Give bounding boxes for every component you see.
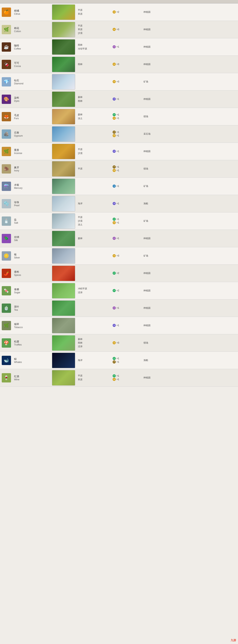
- icon-cell-tea: 🍵: [0, 303, 12, 314]
- yield-cell-dyes: ✦+1: [111, 96, 142, 102]
- resource-icon-symbol: 🪲: [4, 236, 9, 241]
- name-en-silver: Silver: [14, 256, 50, 259]
- table-row: 🌿 烟草 Tobacco ✦+1 种植园: [0, 317, 238, 334]
- name-cell-sugar: 食糖 Sugar: [12, 286, 51, 295]
- table-row: 🦊 毛皮 Furs 森林冻土 F+1G+1 猎场: [0, 108, 238, 125]
- yield-cell-tobacco: ✦+1: [111, 323, 142, 328]
- terrain-cell-truffles: 森林雨林沼泽: [76, 336, 111, 350]
- yield-item: ✦+1: [113, 150, 140, 153]
- notes-cell-incense: [173, 150, 238, 153]
- yield-amount: +3: [116, 80, 119, 83]
- yield-item: F+1: [113, 374, 140, 378]
- resource-icon-symbol: 🍄: [4, 340, 9, 346]
- notes-cell-silver: [173, 255, 238, 257]
- table-row: 🎨 染料 Dyes 森林雨林 ✦+1 种植园: [0, 90, 238, 108]
- icon-cell-wine: 🍷: [0, 372, 12, 383]
- resource-icon-incense: 🌿: [2, 147, 11, 156]
- resource-icon-coffee: ☕: [2, 42, 11, 52]
- header-name: [14, 1, 53, 2]
- resource-image-gypsum: [52, 126, 75, 142]
- yield-amount: +1: [116, 374, 119, 377]
- yield-amount: +1: [116, 360, 119, 363]
- name-cell-mercury: 水银 Mercury: [12, 182, 51, 190]
- yield-cell-spices: F+2: [111, 270, 142, 276]
- yield-cell-whales: F+1P+1: [111, 356, 142, 365]
- yield-item: ✦+1: [113, 98, 140, 100]
- image-cell-cotton: [51, 21, 76, 38]
- improvement-cell-incense: 种植园: [142, 148, 173, 154]
- resource-image-whales: [52, 353, 75, 368]
- yield-item: P+1: [113, 166, 140, 168]
- icon-cell-salt: 🧂: [0, 216, 12, 226]
- resource-icon-whales: 🐋: [2, 356, 11, 365]
- yield-cell-incense: ✦+1: [111, 148, 142, 154]
- notes-cell-coffee: [173, 46, 238, 48]
- name-en-gypsum: Gypsum: [14, 134, 50, 137]
- image-cell-silk: [51, 230, 76, 247]
- resource-icon-cocoa: 🍫: [2, 60, 11, 69]
- image-cell-pearl: [51, 195, 76, 212]
- resource-icon-symbol: 🧂: [4, 218, 9, 224]
- yield-amount: +1: [116, 324, 119, 327]
- terrain-cell-cocoa: 雨林: [76, 61, 111, 67]
- name-cell-truffles: 松露 Truffles: [12, 339, 51, 347]
- name-zh-silk: 丝绸: [14, 236, 50, 239]
- resource-icon-symbol: 🫧: [4, 201, 9, 206]
- table-row: ☕ 咖啡 Coffee 雨林冷却平原 C+1 种植园: [0, 38, 238, 56]
- notes-cell-tea: [173, 307, 238, 309]
- image-cell-salt: [51, 212, 76, 230]
- resource-icon-cotton: 🌿: [2, 25, 11, 34]
- terrain-cell-tea: [76, 307, 111, 309]
- terrain-cell-furs: 森林冻土: [76, 112, 111, 121]
- resource-icon-mercury: ⚗️: [2, 182, 11, 191]
- image-cell-dyes: [51, 91, 76, 108]
- yield-cell-tea: C+1: [111, 305, 142, 311]
- table-row: 🪙 银 Silver G+3 矿场: [0, 247, 238, 265]
- image-cell-furs: [51, 108, 76, 125]
- yield-amount: +2: [116, 289, 119, 292]
- improvement-cell-coffee: 种植园: [142, 44, 173, 50]
- yield-item: ✦+1: [113, 324, 140, 327]
- image-cell-whales: [51, 352, 76, 369]
- image-cell-spices: [51, 265, 76, 282]
- yield-amount: +2: [116, 11, 119, 13]
- image-cell-cocoa: [51, 56, 76, 73]
- resource-image-silver: [52, 248, 75, 264]
- yield-amount: +1: [116, 306, 119, 309]
- image-cell-incense: [51, 143, 76, 160]
- yield-cell-truffles: G+3: [111, 340, 142, 346]
- resource-icon-silver: 🪙: [2, 251, 11, 260]
- table-row: 🪨 石膏 Gypsum P+1G+1 采石场: [0, 125, 238, 143]
- yield-item: G+3: [113, 28, 140, 31]
- yield-cell-silver: G+3: [111, 253, 142, 259]
- notes-cell-salt: [173, 220, 238, 222]
- icon-cell-citrus: 🍊: [0, 7, 12, 18]
- terrain-cell-wine: 平原草原: [76, 373, 111, 382]
- yield-item: S+1: [113, 184, 140, 188]
- yield-item: G+1: [113, 378, 140, 381]
- resource-icon-furs: 🦊: [2, 112, 11, 121]
- icon-cell-truffles: 🍄: [0, 338, 12, 348]
- yield-amount: +3: [116, 28, 119, 31]
- terrain-cell-silk: 森林: [76, 236, 111, 242]
- improvement-cell-ivory: 猎场: [142, 166, 173, 172]
- resource-image-sugar: [52, 283, 75, 298]
- notes-cell-silk: [173, 237, 238, 240]
- terrain-cell-coffee: 雨林冷却平原: [76, 42, 111, 52]
- name-cell-silk: 丝绸 Silk: [12, 234, 51, 243]
- name-en-sugar: Sugar: [14, 291, 50, 294]
- icon-cell-mercury: ⚗️: [0, 181, 12, 192]
- name-cell-coffee: 咖啡 Coffee: [12, 43, 51, 51]
- icon-cell-pearl: 🫧: [0, 198, 12, 209]
- resource-image-citrus: [52, 4, 75, 20]
- resource-image-cotton: [52, 22, 75, 37]
- resource-icon-spices: 🌶️: [2, 269, 11, 278]
- yield-cell-salt: F+1G+1: [111, 216, 142, 226]
- name-zh-salt: 盐: [14, 218, 50, 222]
- name-zh-tobacco: 烟草: [14, 322, 50, 326]
- yield-item: F+2: [113, 289, 140, 292]
- yield-item: G+3: [113, 63, 140, 66]
- name-zh-tea: 茶叶: [14, 305, 50, 308]
- resource-image-pearl: [52, 196, 75, 212]
- table-row: ⚗️ 水银 Mercury S+1 矿场: [0, 178, 238, 195]
